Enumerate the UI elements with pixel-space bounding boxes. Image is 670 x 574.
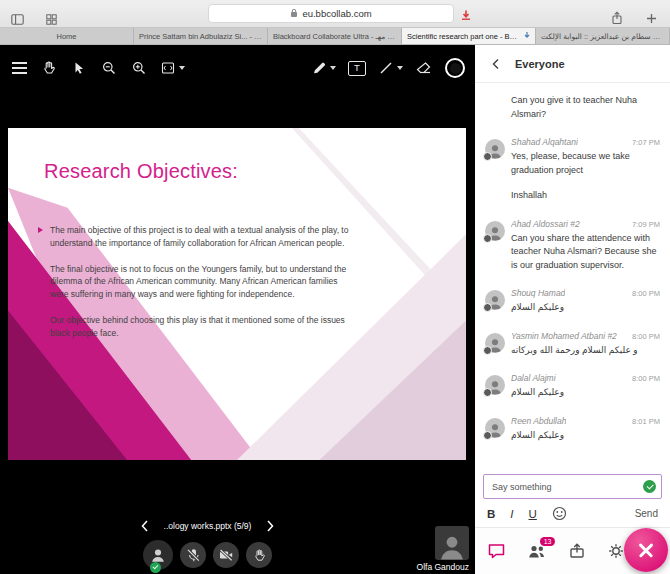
bullet-arrow-icon (38, 266, 43, 272)
next-slide-icon[interactable] (261, 515, 279, 537)
share-page-icon[interactable] (608, 7, 626, 29)
message-author: Ahad Aldossari #2 (511, 219, 580, 229)
underline-button[interactable]: U (529, 508, 537, 520)
send-button[interactable]: Send (635, 508, 658, 519)
slide-bullets: The main objective of this project is to… (38, 224, 353, 352)
raise-hand-button[interactable] (246, 542, 272, 568)
message-time: 8:00 PM (632, 374, 660, 383)
text-tool-icon[interactable]: T (348, 61, 366, 76)
chat-format-bar: B I U Send (475, 503, 670, 527)
media-controls: ..ology works.pptx (5/9) (0, 515, 415, 570)
message-author: Shouq Hamad (511, 288, 565, 298)
sidebar-toggle-icon[interactable] (8, 8, 26, 30)
share-content-tab-icon[interactable] (568, 542, 586, 560)
message-author: Yasmin Mohamed Atbani #2 (511, 331, 617, 341)
settings-gear-icon[interactable] (607, 542, 625, 560)
chat-message: Shouq Hamad 8:00 PM وعليكم السلام (485, 288, 660, 315)
status-check-icon (150, 562, 161, 573)
message-time: 8:01 PM (632, 417, 660, 426)
role-badge-icon (483, 234, 492, 243)
presenter-avatar (435, 526, 469, 560)
app-window: eu.bbcollab.com Home Prince Sattam bin A… (0, 0, 670, 574)
attendees-tab-icon[interactable]: 13 (527, 543, 547, 560)
emoji-icon[interactable] (552, 506, 567, 521)
pen-caret-icon (330, 66, 336, 70)
chat-message: Reen Abdullah 8:01 PM وعليكم السلام (485, 416, 660, 443)
presentation-slide[interactable]: Research Objectives: The main objective … (8, 128, 466, 460)
chat-tab-icon[interactable] (487, 542, 506, 560)
role-badge-icon (483, 388, 492, 397)
tab-download-icon (523, 31, 530, 42)
attendees-count-badge: 13 (540, 537, 555, 546)
tab-psau-logout[interactable]: Prince Sattam bin Adbulaziz Si... - خروج… (134, 28, 268, 44)
message-time: 7:07 PM (632, 138, 660, 147)
tab-home[interactable]: Home (0, 28, 134, 44)
file-indicator: ..ology works.pptx (5/9) (164, 521, 252, 531)
zoom-in-icon[interactable] (130, 57, 148, 79)
slide-bullet: The main objective of this project is to… (38, 224, 353, 250)
role-badge-icon (483, 346, 492, 355)
whiteboard-toolbar: T (0, 45, 475, 91)
browser-toolbar: eu.bbcollab.com (0, 0, 670, 28)
my-status-avatar[interactable] (143, 540, 173, 570)
pen-tool-icon[interactable] (311, 57, 336, 79)
tab-strip: Home Prince Sattam bin Adbulaziz Si... -… (0, 28, 670, 45)
message-time: 7:09 PM (632, 220, 660, 229)
bold-button[interactable]: B (487, 508, 495, 520)
eraser-tool-icon[interactable] (415, 57, 433, 79)
chat-message-input[interactable] (492, 482, 637, 492)
back-chevron-icon[interactable] (487, 53, 505, 75)
slide-bullet: Our objective behind choosing this play … (38, 314, 353, 340)
chat-message: Shahad Alqahtani 7:07 PM Yes, please, be… (485, 137, 660, 203)
chat-message: Can you give it to teacher Nuha Alsmari? (485, 94, 660, 121)
presenter-tile: Olfa Gandouz (417, 526, 469, 572)
message-time: 8:00 PM (632, 289, 660, 298)
fit-page-icon[interactable] (160, 57, 185, 79)
session-stage: T Research Ob (0, 45, 475, 574)
role-badge-icon (483, 303, 492, 312)
fit-page-caret-icon (179, 66, 185, 70)
tab-collaborate[interactable]: Blackboard Collaborate Ultra - عملي - مه… (268, 28, 402, 44)
microphone-muted-button[interactable] (180, 542, 206, 568)
role-badge-icon (483, 431, 492, 440)
chat-message: Dalal Alajmi 8:00 PM وعليكم السلام (485, 373, 660, 400)
url-text: eu.bbcollab.com (302, 8, 371, 19)
chat-message: Yasmin Mohamed Atbani #2 8:00 PM و عليكم… (485, 331, 660, 358)
address-bar[interactable]: eu.bbcollab.com (208, 4, 454, 23)
select-pointer-icon[interactable] (70, 57, 88, 79)
bullet-arrow-icon (38, 227, 43, 233)
tab-psau-portal[interactable]: جامعة الأمير سطام بن عبدالعزيز :: البواب… (536, 28, 670, 44)
download-indicator-icon[interactable] (460, 7, 472, 25)
line-tool-icon[interactable] (378, 57, 403, 79)
message-author: Reen Abdullah (511, 416, 566, 426)
chat-input-area (475, 469, 670, 503)
session-menu-icon[interactable] (10, 57, 28, 79)
message-author: Dalal Alajmi (511, 373, 556, 383)
role-badge-icon (483, 152, 492, 161)
message-author: Shahad Alqahtani (511, 137, 578, 147)
tab-overview-icon[interactable] (42, 8, 60, 30)
close-panel-button[interactable] (624, 528, 668, 572)
chat-header: Everyone (475, 45, 670, 83)
zoom-out-icon[interactable] (100, 57, 118, 79)
tab-scientific-research[interactable]: Scientific research part one - Bb Coll..… (402, 28, 536, 44)
bullet-arrow-icon (38, 317, 43, 323)
line-caret-icon (397, 66, 403, 70)
content-area: T Research Ob (0, 45, 670, 574)
padlock-icon (290, 8, 298, 20)
chat-channel-title: Everyone (515, 58, 565, 70)
slide-title: Research Objectives: (44, 160, 238, 183)
pan-hand-icon[interactable] (40, 57, 58, 79)
previous-slide-icon[interactable] (136, 515, 154, 537)
presenter-name: Olfa Gandouz (417, 562, 469, 572)
message-time: 8:00 PM (632, 332, 660, 341)
new-tab-icon[interactable] (642, 7, 660, 29)
chat-message-list[interactable]: Can you give it to teacher Nuha Alsmari?… (475, 83, 670, 469)
italic-button[interactable]: I (510, 508, 513, 520)
input-status-icon (643, 480, 656, 493)
camera-off-button[interactable] (213, 542, 239, 568)
chat-panel: Everyone Can you give it to teacher Nuha… (475, 45, 670, 574)
record-button[interactable] (445, 58, 465, 78)
slide-bullet: The final objective is not to focus on t… (38, 263, 353, 301)
chat-message: Ahad Aldossari #2 7:09 PM Can you share … (485, 219, 660, 273)
